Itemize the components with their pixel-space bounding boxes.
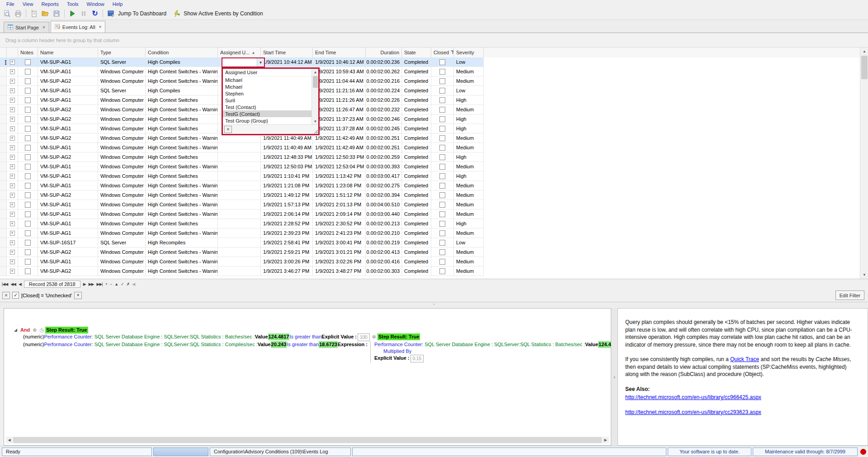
closed-checkbox[interactable] — [439, 88, 445, 94]
close-filter-button[interactable]: ✕ — [2, 292, 10, 299]
column-header-End Time[interactable]: End Time — [313, 48, 366, 57]
notes-checkbox[interactable] — [25, 135, 31, 141]
notes-checkbox[interactable] — [25, 97, 31, 103]
table-row[interactable]: +VM-SUP-AG2Windows ComputerHigh Context … — [0, 267, 860, 276]
closed-checkbox[interactable] — [439, 230, 445, 236]
column-header-indicator[interactable] — [0, 48, 7, 57]
closed-checkbox[interactable] — [439, 202, 445, 208]
notes-checkbox[interactable] — [25, 192, 31, 198]
tab-start-page[interactable]: Start Page× — [4, 22, 49, 33]
tab-events-log-all[interactable]: Events Log: All× — [51, 21, 106, 33]
column-header-indicator[interactable] — [7, 48, 18, 57]
notes-checkbox[interactable] — [25, 268, 31, 274]
pause-icon[interactable] — [79, 9, 89, 19]
column-header-Condition[interactable]: Condition — [146, 48, 218, 57]
group-by-panel[interactable]: Drag a column header here to group by th… — [0, 33, 868, 48]
column-header-Severity[interactable]: Severity — [454, 48, 484, 57]
notes-checkbox[interactable] — [25, 240, 31, 246]
table-row[interactable]: +VM-SUP-AG2Windows ComputerHigh Context … — [0, 114, 860, 124]
expand-row-icon[interactable]: + — [10, 126, 15, 131]
active-events-label[interactable]: Show Active Events by Condition — [184, 10, 263, 17]
explicit-value-input[interactable]: 100 — [358, 333, 370, 341]
menu-tools[interactable]: Tools — [63, 1, 82, 7]
expand-row-icon[interactable]: + — [10, 69, 15, 74]
expand-row-icon[interactable]: + — [10, 164, 15, 169]
append-button[interactable]: + — [105, 282, 107, 286]
notes-checkbox[interactable] — [25, 145, 31, 151]
expand-row-icon[interactable]: + — [10, 117, 15, 122]
closed-checkbox[interactable] — [439, 59, 445, 65]
dropdown-item[interactable]: Stephen — [223, 90, 318, 97]
combo-dropdown-icon[interactable]: ▼ — [257, 58, 264, 67]
assigned-user-combo[interactable]: ▼ — [222, 57, 265, 67]
table-row[interactable]: +VM-SUP-AG1Windows ComputerHigh Context … — [0, 124, 860, 133]
menu-file[interactable]: File — [3, 1, 18, 7]
menu-help[interactable]: Help — [109, 1, 127, 7]
column-header-Closed[interactable]: Closed — [431, 48, 454, 57]
table-row[interactable]: +VM-SUP-AG2Windows ComputerHigh Context … — [0, 190, 860, 200]
table-row[interactable]: +VM-SUP-AG1Windows ComputerHigh Context … — [0, 209, 860, 219]
dropdown-item[interactable]: Michael — [223, 83, 318, 90]
closed-checkbox[interactable] — [439, 154, 445, 160]
notes-checkbox[interactable] — [25, 173, 31, 179]
expand-row-icon[interactable]: + — [10, 183, 15, 188]
notes-checkbox[interactable] — [25, 107, 31, 113]
notes-checkbox[interactable] — [25, 164, 31, 170]
last-record-button[interactable]: ▶▶| — [96, 282, 102, 286]
expand-row-icon[interactable]: + — [10, 269, 15, 274]
notes-checkbox[interactable] — [25, 249, 31, 255]
menu-view[interactable]: View — [19, 1, 37, 7]
scroll-down-icon[interactable]: ▼ — [860, 271, 868, 279]
x-circle-icon[interactable]: ⊗ — [371, 333, 377, 340]
closed-checkbox[interactable] — [439, 240, 445, 246]
play-icon[interactable] — [67, 9, 77, 19]
scroll-left-icon[interactable]: ◀ — [6, 437, 13, 443]
first-record-button[interactable]: |◀◀ — [2, 282, 8, 286]
assigned-user-combo-value[interactable] — [222, 58, 257, 67]
expand-row-icon[interactable]: + — [10, 259, 15, 264]
print-icon[interactable] — [13, 9, 23, 19]
table-row[interactable]: +VM-SUP-AG1Windows ComputerHigh Context … — [0, 162, 860, 171]
print-preview-icon[interactable] — [2, 9, 12, 19]
expand-row-icon[interactable]: + — [10, 193, 15, 198]
resize-grip[interactable] — [314, 129, 318, 133]
closed-checkbox[interactable] — [439, 145, 445, 151]
expand-row-icon[interactable]: + — [10, 145, 15, 150]
notes-checkbox[interactable] — [25, 126, 31, 132]
notes-checkbox[interactable] — [25, 221, 31, 227]
close-icon[interactable]: × — [99, 24, 102, 29]
open-folder-icon[interactable] — [40, 9, 50, 19]
menu-window[interactable]: Window — [83, 1, 108, 7]
table-row[interactable]: +VM-SUP-AG2Windows ComputerHigh Context … — [0, 105, 860, 114]
scroll-thumb[interactable] — [313, 76, 318, 88]
closed-checkbox[interactable] — [439, 173, 445, 179]
table-row[interactable]: +VM-SUP-AG1Windows ComputerHigh Context … — [0, 228, 860, 238]
technet-link-1[interactable]: http://technet.microsoft.com/en-us/libra… — [625, 394, 761, 400]
table-row[interactable]: +VM-SUP-AG1Windows ComputerHigh Context … — [0, 181, 860, 190]
new-file-icon[interactable] — [29, 9, 39, 19]
closed-checkbox[interactable] — [439, 249, 445, 255]
quick-trace-link[interactable]: Quick Trace — [730, 356, 759, 362]
notes-checkbox[interactable] — [25, 154, 31, 160]
table-row[interactable]: +VM-SUP-AG1Windows ComputerHigh Context … — [0, 257, 860, 267]
expand-row-icon[interactable]: + — [10, 250, 15, 255]
closed-checkbox[interactable] — [439, 221, 445, 227]
plus-circle-icon[interactable]: ⊕ — [31, 327, 38, 333]
filter-dropdown-icon[interactable]: ▼ — [74, 292, 82, 299]
cancel-edit-button[interactable]: ✗ — [127, 282, 130, 286]
column-header-Duration[interactable]: Duration — [366, 48, 402, 57]
column-header-Notes[interactable]: Notes — [18, 48, 38, 57]
end-edit-button[interactable]: ✓ — [121, 282, 124, 286]
scroll-up-icon[interactable]: ▲ — [860, 48, 868, 55]
expand-row-icon[interactable]: + — [10, 88, 15, 93]
edit-button[interactable]: ▲ — [114, 282, 118, 286]
prev-record-button[interactable]: ◀ — [19, 282, 21, 286]
explicit-value-input[interactable]: 0.15 — [410, 355, 424, 362]
table-row[interactable]: +VM-SUP-AG2Windows ComputerHigh Context … — [0, 152, 860, 162]
closed-checkbox[interactable] — [439, 78, 445, 84]
next-record-button[interactable]: ▶ — [83, 282, 86, 286]
notes-checkbox[interactable] — [25, 59, 31, 65]
technet-link-2[interactable]: http://technet.microsoft.com/en-us/libra… — [625, 409, 761, 415]
table-row[interactable]: +VM-SUP-AG1SQL ServerHigh Compiles1/9/20… — [0, 86, 860, 95]
notes-checkbox[interactable] — [25, 230, 31, 236]
